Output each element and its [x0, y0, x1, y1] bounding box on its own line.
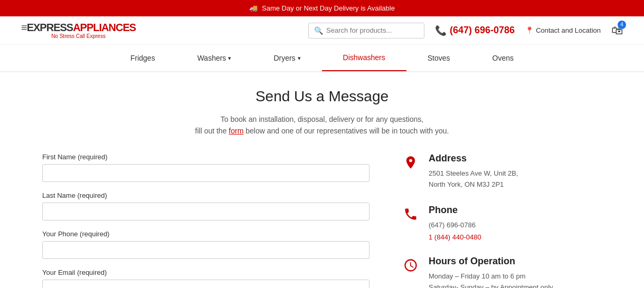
subtitle-post: below and one of our representatives wil… — [243, 127, 449, 135]
banner-text: Same Day or Next Day Delivery is Availab… — [262, 4, 395, 12]
first-name-label: First Name (required) — [42, 153, 370, 161]
nav-fridges[interactable]: Fridges — [109, 45, 176, 71]
contact-location-label: Contact and Location — [536, 26, 601, 34]
main-nav: Fridges Washers ▾ Dryers ▾ Dishwashers S… — [0, 45, 644, 72]
last-name-label: Last Name (required) — [42, 191, 370, 199]
nav-dryers[interactable]: Dryers ▾ — [252, 45, 321, 71]
address-section: Address 2501 Steeles Ave W, Unit 2B, Nor… — [401, 153, 602, 190]
phone-number2-link[interactable]: 1 (844) 440-0480 — [429, 233, 481, 241]
hours-content: Hours of Operation Monday – Friday 10 am… — [429, 256, 553, 288]
nav-ovens[interactable]: Ovens — [471, 45, 535, 71]
hours-title: Hours of Operation — [429, 256, 553, 267]
page-subtitle: To book an installation, disposal, deliv… — [42, 113, 602, 137]
subtitle-link[interactable]: form — [229, 127, 243, 135]
washers-chevron: ▾ — [228, 55, 231, 62]
logo[interactable]: ≡EXPRESSAPPLIANCES No Stress Call Expres… — [21, 22, 136, 39]
truck-icon: 🚚 — [249, 4, 258, 12]
address-text: 2501 Steeles Ave W, Unit 2B, North York,… — [429, 168, 518, 190]
hours-section: Hours of Operation Monday – Friday 10 am… — [401, 256, 602, 288]
last-name-input[interactable] — [42, 203, 370, 220]
email-label: Your Email (required) — [42, 268, 370, 276]
content-grid: First Name (required) Last Name (require… — [42, 153, 602, 288]
contact-form: First Name (required) Last Name (require… — [42, 153, 370, 288]
address-content: Address 2501 Steeles Ave W, Unit 2B, Nor… — [429, 153, 518, 190]
page-title: Send Us a Message — [42, 88, 602, 105]
phone-label: Your Phone (required) — [42, 230, 370, 238]
nav-dishwashers[interactable]: Dishwashers — [322, 45, 406, 71]
contact-location-link[interactable]: 📍 Contact and Location — [525, 26, 601, 34]
address-title: Address — [429, 153, 518, 164]
phone-link[interactable]: 📞 (647) 696-0786 — [435, 25, 515, 36]
first-name-input[interactable] — [42, 164, 370, 182]
subtitle-line1: To book an installation, disposal, deliv… — [221, 115, 423, 123]
phone-info-content: Phone (647) 696-0786 1 (844) 440-0480 — [429, 205, 481, 241]
address-icon — [401, 153, 420, 172]
phone-number: (647) 696-0786 — [450, 25, 515, 36]
main-content: Send Us a Message To book an installatio… — [32, 72, 612, 288]
hours-icon — [401, 256, 420, 275]
cart-badge: 4 — [618, 21, 626, 29]
site-header: ≡EXPRESSAPPLIANCES No Stress Call Expres… — [0, 16, 644, 45]
last-name-group: Last Name (required) — [42, 191, 370, 220]
email-input[interactable] — [42, 280, 370, 288]
search-icon: 🔍 — [314, 26, 323, 35]
address-line2: North York, ON M3J 2P1 — [429, 180, 504, 188]
delivery-banner: 🚚 Same Day or Next Day Delivery is Avail… — [0, 0, 644, 16]
location-icon: 📍 — [525, 26, 534, 34]
nav-stoves[interactable]: Stoves — [406, 45, 471, 71]
phone-info-title: Phone — [429, 205, 481, 216]
subtitle-pre: fill out the — [195, 127, 229, 135]
phone-group: Your Phone (required) — [42, 230, 370, 259]
nav-washers[interactable]: Washers ▾ — [176, 45, 253, 71]
cart-button[interactable]: 🛍 4 — [611, 24, 623, 37]
email-group: Your Email (required) — [42, 268, 370, 288]
phone-info-icon — [401, 205, 420, 224]
phone-number1: (647) 696-0786 — [429, 220, 481, 231]
hours-weekend: Saturday- Sunday – by Appointment only — [429, 282, 553, 288]
info-panel: Address 2501 Steeles Ave W, Unit 2B, Nor… — [401, 153, 602, 288]
phone-input[interactable] — [42, 241, 370, 259]
hours-weekday: Monday – Friday 10 am to 6 pm — [429, 271, 553, 282]
phone-section: Phone (647) 696-0786 1 (844) 440-0480 — [401, 205, 602, 241]
first-name-group: First Name (required) — [42, 153, 370, 182]
search-bar: 🔍 — [308, 23, 424, 39]
dryers-chevron: ▾ — [298, 55, 301, 62]
address-line1: 2501 Steeles Ave W, Unit 2B, — [429, 169, 518, 177]
logo-tagline: No Stress Call Express — [21, 33, 136, 39]
logo-appliances: APPLIANCES — [73, 22, 136, 33]
search-input[interactable] — [326, 26, 419, 34]
logo-express: EXPRESS — [27, 22, 73, 33]
phone-icon: 📞 — [435, 25, 447, 36]
